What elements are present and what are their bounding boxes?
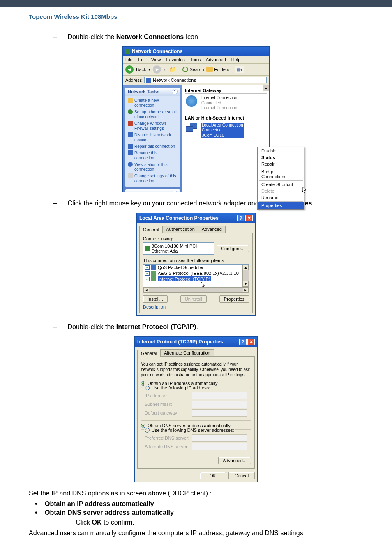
task-firewall[interactable]: Change Windows Firewall settings — [128, 120, 178, 132]
menu-edit[interactable]: Edit — [138, 57, 146, 62]
ctx-disable[interactable]: Disable — [258, 147, 304, 154]
cursor-icon — [201, 282, 206, 287]
checkbox-icon[interactable]: ✓ — [145, 277, 150, 281]
address-input[interactable]: Network Connections — [144, 77, 267, 83]
menu-advanced[interactable]: Advanced — [206, 57, 226, 62]
other-places-header[interactable]: Other Places ⌃ — [125, 189, 180, 192]
address-value: Network Connections — [153, 78, 196, 83]
search-button[interactable]: Search — [182, 67, 204, 72]
tab-advanced[interactable]: Advanced — [198, 226, 226, 233]
items-listbox[interactable]: ✓QoS Packet Scheduler ✓AEGIS Protocol (I… — [143, 264, 249, 287]
cancel-button[interactable]: Cancel — [228, 472, 255, 479]
horizontal-scrollbar[interactable]: ◄► — [143, 287, 249, 293]
close-button[interactable]: ✕ — [245, 215, 253, 221]
scroll-down-icon[interactable]: ▼ — [243, 281, 249, 287]
local-area-connection-item[interactable]: Local Area Connection Connected 3Com 10/… — [186, 123, 267, 138]
ctx-rename[interactable]: Rename — [258, 194, 304, 201]
step-1-pre: Double-click the — [67, 33, 116, 40]
tab-general[interactable]: General — [137, 350, 161, 357]
internet-connection-item[interactable]: Internet Connection Connected Internet C… — [186, 95, 267, 111]
checkbox-icon[interactable]: ✓ — [145, 271, 150, 276]
network-tasks-header[interactable]: Network Tasks ⌃ — [125, 88, 180, 96]
ctx-shortcut[interactable]: Create Shortcut — [258, 181, 304, 188]
item-tcpip[interactable]: ✓Internet Protocol (TCP/IP) — [143, 276, 249, 282]
advanced-button[interactable]: Advanced... — [218, 457, 251, 464]
menu-tools[interactable]: Tools — [190, 57, 201, 62]
rename-icon — [128, 150, 133, 155]
scroll-up-button[interactable]: ▲ — [263, 85, 269, 91]
lac-titlebar[interactable]: Local Area Connection Properties ? ✕ — [137, 213, 255, 223]
task-disable-device[interactable]: Disable this network device — [128, 132, 178, 143]
up-folder-icon[interactable]: 📁 — [168, 65, 177, 74]
bullet-obtain-dns: Obtain DNS server address automatically — [45, 509, 174, 516]
subnet-input — [192, 401, 247, 408]
step-2: – Click the right mouse key on your conn… — [53, 200, 363, 207]
radio-use-dns[interactable]: Use the following DNS server addresses: — [144, 428, 235, 433]
back-label[interactable]: Back — [136, 67, 146, 72]
ctx-bridge[interactable]: Bridge Connections — [258, 168, 304, 180]
forward-icon[interactable]: ► — [153, 65, 161, 74]
radio-use-ip[interactable]: Use the following IP address: — [144, 385, 211, 390]
menu-view[interactable]: View — [151, 57, 161, 62]
item-aegis[interactable]: ✓AEGIS Protocol (IEEE 802.1x) v2.3.1.10 — [143, 270, 249, 276]
menu-help[interactable]: Help — [231, 57, 241, 62]
nc-titlebar[interactable]: Network Connections — [123, 47, 269, 56]
task-view-status[interactable]: View status of this connection — [128, 161, 178, 173]
gateway-input — [192, 409, 247, 417]
address-label: Address — [125, 78, 142, 83]
ctx-status[interactable]: Status — [258, 154, 304, 161]
address-bar: Address Network Connections — [123, 76, 269, 85]
scroll-right-icon[interactable]: ► — [243, 288, 249, 292]
toolbar: ◄ Back▾ ►▾ 📁 Search Folders ▦▾ — [123, 64, 269, 76]
install-button[interactable]: Install... — [143, 295, 168, 303]
scroll-left-icon[interactable]: ◄ — [143, 288, 149, 292]
collapse-icon-2[interactable]: ⌃ — [172, 191, 178, 192]
ok-button[interactable]: OK — [200, 472, 226, 479]
help-button[interactable]: ? — [237, 215, 244, 221]
back-icon[interactable]: ◄ — [125, 65, 134, 74]
task-rename[interactable]: Rename this connection — [128, 150, 178, 161]
substep-ok: – Click OK to confirm. — [62, 519, 363, 526]
tab-alternate[interactable]: Alternate Configuration — [160, 349, 214, 356]
dns-group: Use the following DNS server addresses: … — [141, 429, 251, 454]
collapse-icon[interactable]: ⌃ — [172, 89, 178, 94]
help-button[interactable]: ? — [239, 339, 247, 345]
page-top-bar — [0, 0, 392, 7]
folders-button[interactable]: Folders — [206, 67, 229, 72]
advanced-note: Advanced users can manually configure th… — [29, 530, 363, 537]
step-3-post: . — [196, 323, 198, 330]
description-label: Description — [143, 304, 249, 309]
scroll-up-icon[interactable]: ▲ — [243, 265, 249, 270]
task-change-settings[interactable]: Change settings of this connection — [128, 173, 178, 184]
nic-icon — [145, 246, 150, 251]
search-icon — [182, 67, 188, 72]
globe-icon — [186, 95, 199, 108]
menu-file[interactable]: File — [125, 57, 133, 62]
item-qos[interactable]: ✓QoS Packet Scheduler — [143, 265, 249, 270]
tab-general[interactable]: General — [139, 226, 163, 233]
task-repair[interactable]: Repair this connection — [128, 143, 178, 150]
lac-title: Local Area Connection Properties — [139, 215, 219, 221]
svg-marker-1 — [201, 282, 205, 287]
checkbox-icon[interactable]: ✓ — [145, 265, 150, 270]
ctx-properties[interactable]: Properties — [258, 202, 304, 209]
close-button[interactable]: ✕ — [247, 339, 255, 345]
cursor-icon — [302, 187, 307, 193]
vertical-scrollbar[interactable]: ▲▼ — [242, 265, 249, 287]
step-2-post: . — [312, 200, 314, 207]
menu-favorites[interactable]: Favorites — [166, 57, 185, 62]
properties-button[interactable]: Properties — [219, 295, 249, 303]
ctx-repair[interactable]: Repair — [258, 161, 304, 167]
task-setup-network[interactable]: Set up a home or small office network — [128, 109, 178, 120]
task-create-connection[interactable]: Create a new connection — [128, 97, 178, 109]
side-panel: Network Tasks ⌃ Create a new connection … — [123, 85, 182, 192]
connections-main: ▲ Internet Gateway Internet Connection C… — [182, 85, 269, 192]
configure-button[interactable]: Configure... — [217, 245, 249, 252]
step-3-bold: Internet Protocol (TCP/IP) — [116, 323, 196, 330]
disable-icon — [128, 132, 133, 137]
tab-authentication[interactable]: Authentication — [162, 226, 198, 233]
tcp-titlebar[interactable]: Internet Protocol (TCP/IP) Properties ? … — [135, 337, 257, 347]
lac-properties-dialog: Local Area Connection Properties ? ✕ Gen… — [136, 213, 256, 316]
ip-address-input — [192, 392, 247, 399]
views-button[interactable]: ▦▾ — [235, 66, 244, 73]
